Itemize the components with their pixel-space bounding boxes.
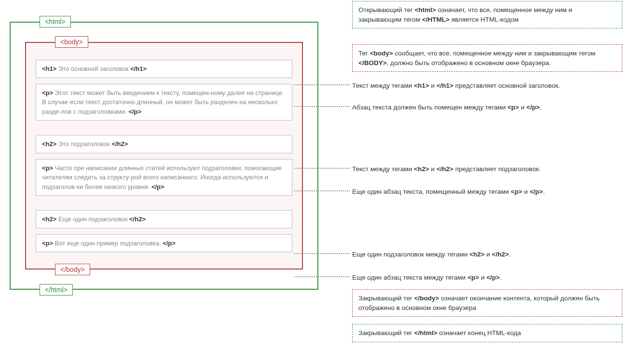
connector [294,190,350,191]
p2-box: <p> Часто при написании длинных статей и… [36,159,292,196]
h1-box: <h1> Это основной заголовок </h1> [36,60,292,78]
annot-html-close: Закрывающий тег </html> означает конец H… [352,324,622,342]
h1-close: </h1> [130,65,147,72]
annot-h1: Текст между тегами <h1> и </h1> представ… [352,80,622,92]
p1-box: <p> Этот текст может быть введением к те… [36,84,292,121]
body-close-label: </body> [55,264,90,275]
annot-p3: Еще один абзац текста между тегами <p> и… [352,272,622,283]
h2a-box: <h2> Это подзаголовок </h2> [36,135,292,153]
html-close-label: </html> [40,284,73,296]
connector [294,106,350,107]
p1-text: Этот текст может быть введением к тексту… [42,89,284,115]
p3-box: <p> Вот еще один пример подзаголовка. </… [36,234,292,253]
h2a-open: <h2> [42,140,56,148]
p1-open: <p> [42,89,53,96]
annot-body-open: Тег <body> сообщает, что все, помещенное… [352,44,622,72]
html-open-label: <html> [40,16,71,27]
connector [294,168,350,169]
p2-close: </p> [151,183,164,190]
p3-close: </p> [163,240,176,247]
p2-open: <p> [42,164,53,172]
annot-h2b: Еще один подзаголовок между тегами <h2> … [352,249,622,260]
annot-html-open: Открывающий тег <html> означает, что все… [352,1,622,28]
h2b-text: Еще один подзаголовок [56,215,129,223]
annot-p1: Абзац текста должен быть помещен между т… [352,102,622,113]
body-open-label: <body> [55,36,88,48]
annot-h2a: Текст между тегами <h2> и </h2> представ… [352,163,622,175]
h2b-box: <h2> Еще один подзаголовок </h2> [36,210,292,229]
h2b-close: </h2> [129,215,146,223]
html-frame: <html> </html> <body> </body> <h1> Это о… [10,22,318,290]
body-frame: <body> </body> <h1> Это основной заголов… [25,42,303,269]
p1-close: </p> [128,108,141,115]
connector [294,253,350,254]
h2a-close: </h2> [111,140,128,148]
annot-body-close: Закрывающий тег </body> означает окончан… [352,289,622,317]
h1-open: <h1> [42,65,56,72]
h1-text: Это основной заголовок [56,65,130,72]
connector [294,84,350,85]
h2a-text: Это подзаголовок [56,140,111,148]
annot-p2: Еще один абзац текста, помещенный между … [352,186,622,198]
connector [294,276,350,277]
diagram-left: <html> </html> <body> </body> <h1> Это о… [10,10,318,290]
h2b-open: <h2> [42,215,56,223]
p3-text: Вот еще один пример подзаголовка. [53,240,163,247]
p3-open: <p> [42,240,53,247]
